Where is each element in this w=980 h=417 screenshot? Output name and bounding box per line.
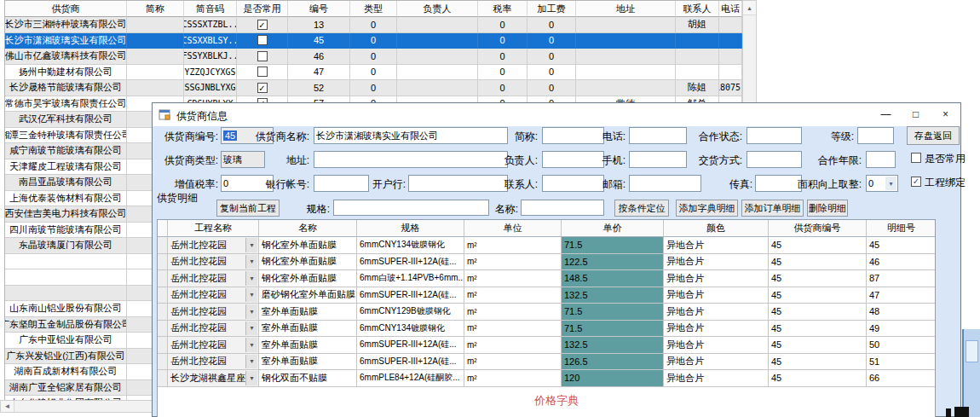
detail-cell[interactable]: m² — [464, 254, 562, 271]
detail-cell[interactable]: 45 — [769, 370, 867, 387]
detail-cell[interactable]: 钢化室外单面贴膜 — [259, 237, 357, 254]
grid-cell[interactable]: FSSYXBLKJ.. — [184, 49, 237, 65]
column-header[interactable]: 简音码 — [184, 1, 237, 17]
detail-cell[interactable]: 室外单面贴膜 — [259, 337, 357, 354]
common-checkbox[interactable] — [257, 51, 268, 61]
detail-cell[interactable]: 钢化室外单面贴膜 — [259, 254, 357, 271]
grid-cell[interactable]: 广东中亚铝业有限公司 — [5, 333, 127, 349]
copy-current-project-button[interactable]: 复制当前工程 — [216, 200, 280, 217]
grid-cell[interactable]: CSSGJNBLYXGS — [184, 80, 237, 96]
grid-cell[interactable] — [127, 80, 184, 96]
detail-cell[interactable]: 47 — [867, 287, 936, 304]
grid-cell[interactable]: 0 — [350, 17, 397, 33]
grid-cell[interactable]: CSSSXTZBL.. — [184, 17, 237, 33]
detail-cell[interactable]: 6mm白玻+1.14PVB+6mm... — [357, 270, 464, 287]
detail-cell[interactable]: 6mmPLE84+12A(硅酮胶... — [357, 370, 464, 387]
grid-cell[interactable]: YZZQJCYXGS — [184, 65, 237, 81]
supply-detail-grid[interactable]: 工程名称名称规格单位单价颜色供货商编号明细号岳州北控花园▾钢化室外单面贴膜6mm… — [157, 219, 936, 417]
project-name-combo[interactable]: 岳州北控花园▾ — [168, 354, 259, 371]
grid-cell[interactable] — [127, 65, 184, 81]
detail-cell[interactable]: 异地合片 — [664, 254, 769, 271]
grid-cell[interactable]: 湖南百成新材料有限公司 — [5, 364, 127, 380]
grid-cell[interactable]: 0 — [350, 33, 397, 49]
grid-cell[interactable]: 佛山市亿鑫玻璃科技有限公司 — [5, 49, 127, 65]
detail-column-header[interactable]: 明细号 — [867, 220, 936, 237]
common-checkbox[interactable]: ✓ — [257, 83, 268, 93]
grid-cell[interactable] — [397, 17, 478, 33]
grid-cell[interactable]: 常德市昊宇玻璃有限责任公司 — [5, 96, 127, 113]
detail-cell[interactable]: m² — [464, 287, 562, 304]
unit-price-cell[interactable]: 148.5 — [562, 270, 664, 287]
detail-column-header[interactable]: 单位 — [464, 220, 562, 237]
detail-cell[interactable]: 异地合片 — [664, 304, 769, 321]
grid-cell[interactable]: 东晶玻璃厦门有限公司 — [5, 238, 127, 254]
grid-cell[interactable]: 扬州中勤建材有限公司 — [5, 65, 127, 81]
unit-price-cell[interactable]: 71.5 — [562, 321, 664, 338]
add-order-detail-button[interactable]: 添加订单明细 — [741, 200, 804, 217]
detail-cell[interactable]: 6mmSUPER-III+12A(硅... — [357, 337, 464, 354]
grid-cell[interactable] — [576, 80, 676, 96]
grid-cell[interactable] — [576, 17, 676, 33]
detail-cell[interactable]: m² — [464, 337, 562, 354]
area-round-dropdown[interactable]: 0 ▾ — [866, 175, 898, 192]
detail-column-header[interactable]: 颜色 — [664, 220, 769, 237]
grid-cell[interactable] — [5, 254, 127, 270]
detail-cell[interactable]: 室外单面贴膜 — [259, 321, 357, 338]
project-name-combo[interactable]: 岳州北控花园▾ — [168, 304, 259, 321]
grid-cell[interactable]: 四川南玻节能玻璃有限公司 — [5, 223, 127, 239]
detail-row-header[interactable] — [158, 321, 168, 338]
detail-row-header[interactable] — [158, 237, 168, 254]
grid-cell[interactable]: 上海优泰装饰材料有限公司 — [5, 191, 127, 207]
detail-column-header[interactable]: 工程名称 — [168, 220, 259, 237]
detail-cell[interactable]: 室外单面贴膜 — [259, 304, 357, 321]
grid-cell[interactable]: 胡姐 — [676, 17, 719, 33]
grid-cell[interactable]: 47 — [288, 65, 350, 81]
unit-price-cell[interactable]: 132.5 — [562, 287, 664, 304]
chevron-down-icon[interactable]: ▾ — [245, 321, 257, 336]
grid-cell[interactable]: 0 — [527, 33, 576, 49]
detail-cell[interactable]: 50 — [867, 337, 936, 354]
grid-cell[interactable]: 山东南山铝业股份有限公司 — [5, 301, 127, 317]
grid-cell[interactable] — [719, 49, 742, 65]
grid-cell[interactable]: ✓ — [237, 17, 288, 33]
supplier-name-input[interactable]: 长沙市潇湘玻璃实业有限公司 — [314, 127, 508, 144]
detail-cell[interactable]: 6mmSUPER-III+12A(硅... — [357, 287, 464, 304]
chevron-down-icon[interactable]: ▾ — [245, 271, 257, 286]
detail-column-header[interactable]: 名称 — [259, 220, 357, 237]
grid-cell[interactable]: 广东坚朗五金制品股份有限公司 — [5, 317, 127, 333]
column-header[interactable]: 简称 — [127, 1, 184, 17]
chevron-down-icon[interactable]: ▾ — [245, 304, 257, 319]
email-input[interactable] — [629, 175, 701, 192]
grid-cell[interactable]: 46 — [288, 49, 350, 65]
grid-cell[interactable]: 52 — [288, 80, 350, 96]
address-input[interactable] — [314, 151, 508, 168]
detail-cell[interactable]: 异地合片 — [664, 287, 769, 304]
detail-cell[interactable]: 45 — [867, 237, 936, 254]
column-header[interactable]: 是否常用 — [237, 1, 288, 17]
column-header[interactable]: 联系人 — [676, 1, 719, 17]
grid-cell[interactable] — [676, 49, 719, 65]
detail-cell[interactable]: 51 — [867, 354, 936, 371]
detail-cell[interactable]: 45 — [769, 321, 867, 338]
grid-cell[interactable]: 0 — [478, 17, 527, 33]
grid-cell[interactable]: 0 — [350, 80, 397, 96]
grid-cell[interactable]: 湘潭三金特种玻璃有限责任公司 — [5, 128, 127, 144]
save-return-button[interactable]: 存盘返回 — [907, 126, 960, 145]
minimize-button[interactable]: — — [871, 103, 901, 125]
detail-cell[interactable]: 6mmSUPER-III+12A(硅... — [357, 354, 464, 371]
grid-cell[interactable] — [397, 80, 478, 96]
detail-cell[interactable]: 磨砂钢化室外单面贴膜 — [259, 287, 357, 304]
detail-cell[interactable]: m² — [464, 354, 562, 371]
grid-cell[interactable]: 武汉亿军科技有限公司 — [5, 112, 127, 128]
grid-cell[interactable]: ✓ — [237, 80, 288, 96]
grid-cell[interactable] — [397, 33, 478, 49]
project-name-combo[interactable]: 岳州北控花园▾ — [168, 337, 259, 354]
grid-cell[interactable] — [397, 65, 478, 81]
grid-cell[interactable]: 南昌亚晶玻璃有限公司 — [5, 175, 127, 191]
name-filter-input[interactable] — [521, 200, 604, 216]
maximize-button[interactable]: □ — [901, 103, 931, 125]
grid-cell[interactable] — [719, 17, 742, 33]
is-common-checkbox[interactable] — [911, 153, 921, 163]
scroll-up-arrow-icon[interactable]: ▲ — [743, 1, 756, 15]
detail-cell[interactable]: 46 — [867, 254, 936, 271]
